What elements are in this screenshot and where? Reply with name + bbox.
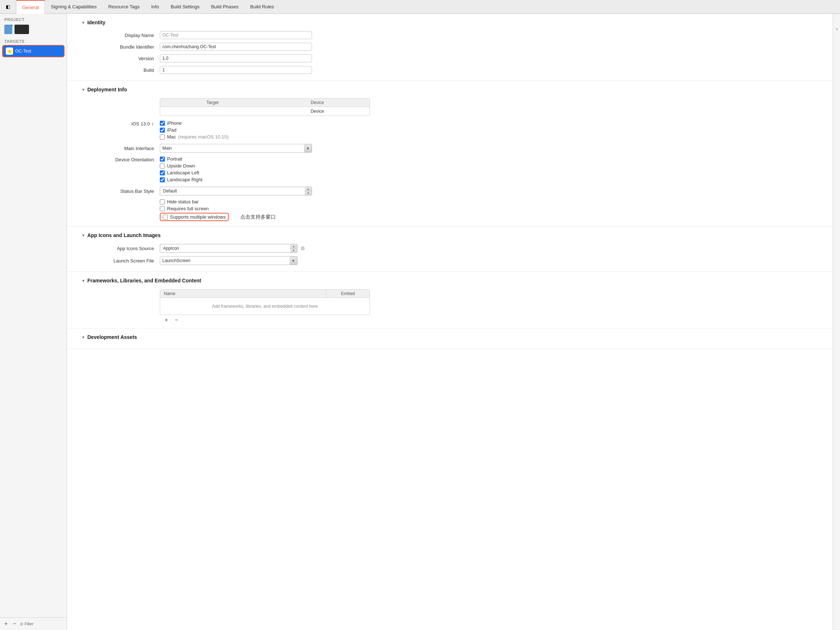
version-label: Version	[82, 56, 154, 61]
deploy-table-header: Target Device	[160, 99, 369, 107]
remove-target-button[interactable]: −	[11, 620, 17, 628]
requires-full-screen-checkbox[interactable]	[160, 206, 165, 211]
launch-screen-dropdown-arrow[interactable]: ▼	[289, 256, 297, 265]
deployment-section-header: ▼ Deployment Info	[82, 87, 818, 92]
navigator-icon: ◧	[6, 4, 10, 9]
launch-screen-input[interactable]	[160, 256, 289, 265]
ipad-label: iPad	[167, 127, 177, 133]
target-col-header: Target	[160, 99, 265, 107]
identity-section: ▼ Identity Display Name Bundle Identifie…	[67, 14, 833, 81]
build-input[interactable]	[160, 66, 312, 74]
deploy-table-row: Device	[160, 107, 369, 115]
version-input[interactable]	[160, 54, 312, 62]
launch-screen-select-wrap: ▼	[160, 256, 297, 265]
add-target-button[interactable]: +	[3, 620, 9, 628]
ipad-checkbox[interactable]	[160, 128, 165, 133]
hide-status-bar-checkbox[interactable]	[160, 199, 165, 204]
ios-version-spinner[interactable]: ⇕	[151, 122, 154, 126]
iphone-checkbox[interactable]	[160, 121, 165, 126]
mac-checkbox[interactable]	[160, 134, 165, 140]
upside-down-row: Upside Down	[160, 163, 202, 169]
status-bar-options-list: Hide status bar Requires full screen Sup…	[160, 199, 276, 221]
display-name-input[interactable]	[160, 31, 312, 39]
dev-assets-section-header: ▼ Development Assets	[82, 334, 818, 340]
app-icons-source-label: App Icons Source	[82, 246, 154, 251]
status-bar-stepper-down[interactable]: ▼	[305, 191, 312, 195]
tab-build-settings[interactable]: Build Settings	[165, 0, 205, 14]
status-bar-stepper-up[interactable]: ▲	[305, 187, 312, 191]
project-black-icon[interactable]	[14, 25, 29, 34]
identity-collapse-arrow[interactable]: ▼	[82, 21, 85, 25]
tab-build-rules[interactable]: Build Rules	[244, 0, 280, 14]
fw-embed-col: Embed	[326, 290, 369, 298]
target-app-icon: ⭐	[6, 47, 13, 55]
app-icons-stepper-up[interactable]: ▲	[290, 244, 297, 249]
mac-checkbox-row: Mac (requires macOS 10.15)	[160, 134, 228, 140]
dev-assets-section: ▼ Development Assets	[67, 328, 833, 349]
dev-assets-collapse-arrow[interactable]: ▼	[82, 335, 85, 339]
ios-row: iOS 13.0 ⇕ iPhone iPad Mac (r	[82, 120, 818, 140]
supports-multiple-windows-checkbox[interactable]	[163, 215, 168, 219]
main-interface-label: Main Interface	[82, 146, 154, 151]
filter-label: Filter	[25, 622, 33, 626]
project-icons	[0, 23, 67, 37]
landscape-right-row: Landscape Right	[160, 177, 202, 182]
fw-remove-button[interactable]: −	[173, 316, 180, 324]
upside-down-label: Upside Down	[167, 163, 195, 169]
display-name-row: Display Name	[82, 31, 818, 39]
status-bar-select-wrap: ▲ ▼	[160, 187, 312, 195]
filter-button[interactable]: ⊙ Filter	[20, 622, 33, 626]
app-icons-gear-button[interactable]: ⚙	[299, 245, 306, 252]
ipad-checkbox-row: iPad	[160, 127, 228, 133]
target-item[interactable]: ⭐ OC-Test	[2, 45, 65, 57]
bundle-id-input[interactable]	[160, 43, 312, 51]
launch-screen-label: Launch Screen File	[82, 258, 154, 264]
bundle-id-row: Bundle Identifier	[82, 43, 818, 51]
portrait-checkbox[interactable]	[160, 156, 165, 162]
mac-label: Mac	[167, 134, 176, 140]
tab-info[interactable]: Info	[145, 0, 165, 14]
project-file-icon[interactable]	[4, 25, 12, 34]
landscape-left-label: Landscape Left	[167, 170, 199, 175]
status-bar-options-row: Hide status bar Requires full screen Sup…	[82, 199, 818, 221]
deploy-table-row-device: Device	[265, 107, 369, 115]
content-area: ▼ Identity Display Name Bundle Identifie…	[67, 14, 833, 630]
orientation-checkbox-list: Portrait Upside Down Landscape Left Land…	[160, 156, 202, 182]
target-device-table: Target Device Device	[160, 98, 370, 116]
device-col-header: Device	[265, 99, 369, 107]
app-icons-collapse-arrow[interactable]: ▼	[82, 234, 85, 237]
navigator-toggle[interactable]: ◧	[3, 4, 13, 9]
main-layout: PROJECT TARGETS ⭐ OC-Test + − ⊙ Filter	[0, 14, 840, 630]
supports-multiple-windows-highlight: Supports multiple windows	[160, 213, 229, 221]
status-bar-stepper: ▲ ▼	[305, 187, 312, 195]
device-checkbox-list: iPhone iPad Mac (requires macOS 10.15)	[160, 120, 228, 140]
app-icons-stepper: ▲ ▼	[290, 244, 297, 253]
frameworks-section: ▼ Frameworks, Libraries, and Embedded Co…	[67, 272, 833, 328]
upside-down-checkbox[interactable]	[160, 163, 165, 169]
right-edge-panel: P	[833, 14, 840, 630]
main-interface-input[interactable]	[160, 144, 304, 153]
frameworks-collapse-arrow[interactable]: ▼	[82, 279, 85, 283]
tab-resource-tags[interactable]: Resource Tags	[103, 0, 145, 14]
app-icons-section-title: App Icons and Launch Images	[87, 232, 161, 238]
fw-add-button[interactable]: +	[163, 316, 170, 324]
app-icons-source-row: App Icons Source ▲ ▼ ⚙	[82, 244, 818, 253]
iphone-label: iPhone	[167, 120, 182, 126]
status-bar-input[interactable]	[160, 187, 305, 195]
tab-build-phases[interactable]: Build Phases	[205, 0, 244, 14]
app-icons-section: ▼ App Icons and Launch Images App Icons …	[67, 227, 833, 272]
tab-general[interactable]: General	[16, 0, 45, 14]
portrait-row: Portrait	[160, 156, 202, 162]
launch-screen-row: Launch Screen File ▼	[82, 256, 818, 265]
landscape-right-checkbox[interactable]	[160, 177, 165, 182]
deployment-collapse-arrow[interactable]: ▼	[82, 88, 85, 92]
tab-signing[interactable]: Signing & Capabilities	[45, 0, 102, 14]
app-icons-stepper-down[interactable]: ▼	[290, 249, 297, 253]
fw-name-col: Name	[160, 290, 326, 298]
main-interface-dropdown-arrow[interactable]: ▼	[304, 144, 312, 153]
supports-multiple-windows-outer-row: Supports multiple windows 点击支持多窗口	[160, 213, 276, 221]
landscape-left-checkbox[interactable]	[160, 171, 165, 175]
app-icons-input[interactable]	[160, 244, 290, 253]
frameworks-section-header: ▼ Frameworks, Libraries, and Embedded Co…	[82, 278, 818, 283]
landscape-left-row: Landscape Left	[160, 170, 202, 175]
